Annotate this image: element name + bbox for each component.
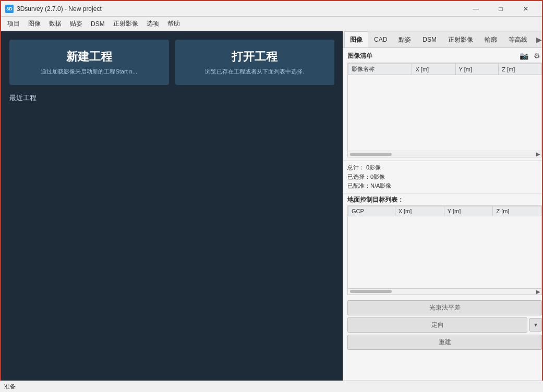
tab-outline[interactable]: 輪廓: [479, 31, 503, 48]
col-gcp-y: Y [m]: [444, 206, 493, 216]
tab-dsm[interactable]: DSM: [417, 31, 442, 48]
tabs-row: 图像 CAD 點姿 DSM 正射影像 輪廓 等高线 ▶: [343, 31, 543, 48]
col-z-m: Z [m]: [499, 64, 541, 75]
gcp-scroll-thumb: [350, 290, 392, 293]
menu-item-options[interactable]: 选项: [142, 17, 163, 30]
tabs-arrow[interactable]: ▶: [533, 33, 543, 46]
menu-item-dsm[interactable]: DSM: [87, 18, 109, 30]
images-icons: 📷 ⚙: [518, 51, 542, 60]
stat-total: 总计： 0影像: [347, 163, 542, 173]
status-text: 准备: [4, 383, 16, 390]
gcp-table: GCP X [m] Y [m] Z [m]: [348, 206, 541, 216]
images-section: 图像清单 📷 ⚙ 影像名称 X [m] Y [m] Z [m]: [343, 48, 543, 161]
col-x-m: X [m]: [412, 64, 455, 75]
images-scroll-right[interactable]: ▶: [536, 151, 540, 157]
menu-item-ortho[interactable]: 正射影像: [109, 17, 142, 30]
col-gcp-x: X [m]: [395, 206, 444, 216]
open-project-title: 打开工程: [182, 49, 329, 65]
images-table: 影像名称 X [m] Y [m] Z [m]: [348, 63, 541, 75]
tab-pose[interactable]: 點姿: [393, 31, 417, 48]
col-gcp-z: Z [m]: [493, 206, 541, 216]
tab-images[interactable]: 图像: [344, 31, 368, 48]
menu-item-data[interactable]: 数据: [45, 17, 66, 30]
bottom-buttons: 光束法平差 定向 ▾ 重建: [343, 297, 543, 353]
main-layout: 新建工程 通过加载影像来启动新的工程Start n... 打开工程 浏览已存在工…: [1, 31, 542, 392]
new-project-desc: 通过加载影像来启动新的工程Start n...: [16, 68, 163, 76]
maximize-button[interactable]: □: [489, 1, 513, 17]
app-icon: 3D: [5, 5, 14, 13]
orient-row: 定向 ▾: [347, 317, 542, 333]
window-controls: — □ ✕: [464, 1, 538, 17]
window-title: 3Dsurvey (2.7.0) - New project: [17, 5, 464, 13]
new-project-button[interactable]: 新建工程 通过加载影像来启动新的工程Start n...: [9, 40, 169, 85]
stat-selected: 已选择：0影像: [347, 173, 542, 182]
col-gcp: GCP: [348, 206, 395, 216]
images-header: 图像清单 📷 ⚙: [347, 51, 542, 60]
left-panel: 新建工程 通过加载影像来启动新的工程Start n... 打开工程 浏览已存在工…: [1, 31, 343, 392]
close-button[interactable]: ✕: [514, 1, 538, 17]
rebuild-button[interactable]: 重建: [347, 335, 542, 350]
col-y-m: Y [m]: [455, 64, 499, 75]
minimize-button[interactable]: —: [464, 1, 488, 17]
title-bar: 3D 3Dsurvey (2.7.0) - New project — □ ✕: [1, 1, 542, 17]
gcp-scrollbar[interactable]: ▶: [347, 289, 542, 295]
recent-label: 最近工程: [9, 93, 334, 103]
menu-item-paste[interactable]: 贴姿: [66, 17, 87, 30]
camera-icon[interactable]: 📷: [518, 51, 530, 60]
tab-ortho[interactable]: 正射影像: [442, 31, 479, 48]
gcp-scroll-right[interactable]: ▶: [536, 289, 540, 295]
settings-icon[interactable]: ⚙: [532, 51, 542, 60]
bundle-adjustment-button[interactable]: 光束法平差: [347, 300, 542, 315]
status-bar: 准备: [0, 381, 543, 392]
stats-section: 总计： 0影像 已选择：0影像 已配准：N/A影像: [343, 161, 543, 193]
open-project-desc: 浏览已存在工程或者从下面列表中选择.: [182, 68, 329, 76]
menu-item-image[interactable]: 图像: [24, 17, 45, 30]
menu-item-help[interactable]: 帮助: [163, 17, 184, 30]
tab-contour[interactable]: 等高线: [503, 31, 533, 48]
orient-dropdown-arrow[interactable]: ▾: [529, 318, 542, 332]
stat-calibrated: 已配准：N/A影像: [347, 181, 542, 191]
gcp-table-wrapper[interactable]: GCP X [m] Y [m] Z [m]: [347, 205, 542, 289]
tab-cad[interactable]: CAD: [368, 31, 393, 48]
right-panel: 图像 CAD 點姿 DSM 正射影像 輪廓 等高线 ▶ 图像清单 📷 ⚙: [343, 31, 543, 392]
project-buttons: 新建工程 通过加载影像来启动新的工程Start n... 打开工程 浏览已存在工…: [9, 40, 334, 85]
gcp-section: GCP X [m] Y [m] Z [m] ▶: [343, 205, 543, 297]
images-scroll-thumb: [350, 153, 392, 156]
menu-item-project[interactable]: 项目: [3, 17, 24, 30]
orient-button[interactable]: 定向: [347, 317, 527, 333]
open-project-button[interactable]: 打开工程 浏览已存在工程或者从下面列表中选择.: [175, 40, 335, 85]
menu-bar: 项目 图像 数据 贴姿 DSM 正射影像 选项 帮助: [1, 17, 542, 31]
images-scrollbar[interactable]: ▶: [347, 151, 542, 157]
images-table-wrapper[interactable]: 影像名称 X [m] Y [m] Z [m]: [347, 63, 542, 151]
images-title: 图像清单: [347, 52, 372, 60]
gcp-label: 地面控制目标列表：: [343, 193, 543, 205]
new-project-title: 新建工程: [16, 49, 163, 65]
col-image-name: 影像名称: [348, 64, 412, 75]
